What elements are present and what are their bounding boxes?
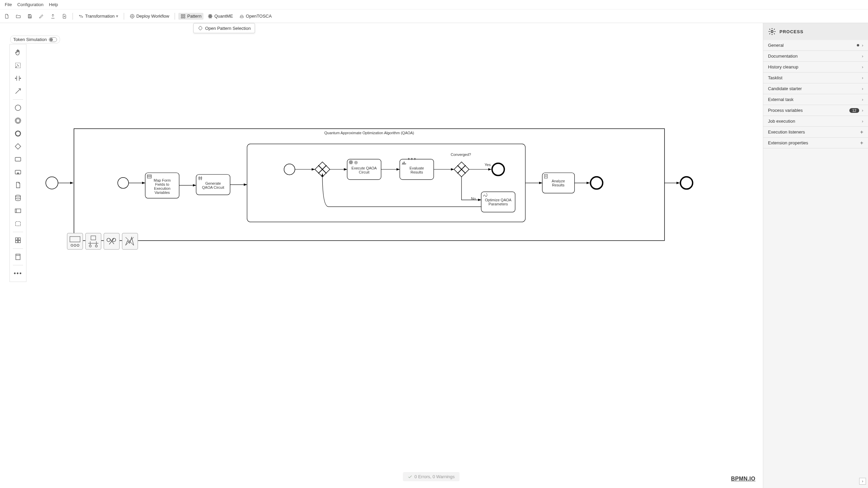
start-event-icon[interactable] <box>12 102 24 114</box>
palette-separator <box>13 99 23 100</box>
prop-extension-properties[interactable]: Extension properties+ <box>763 138 868 148</box>
svg-point-36 <box>486 194 487 194</box>
chevron-right-icon: › <box>862 54 863 59</box>
gateway-icon[interactable] <box>12 140 24 152</box>
data-store-icon[interactable] <box>12 192 24 204</box>
prop-general[interactable]: General› <box>763 40 868 51</box>
open-folder-icon[interactable] <box>14 12 23 21</box>
plus-icon: + <box>860 129 863 135</box>
task-icon[interactable] <box>12 153 24 165</box>
pattern-attachment-4[interactable] <box>122 233 138 249</box>
menu-file[interactable]: File <box>3 1 14 8</box>
edit-icon[interactable] <box>37 12 46 21</box>
task-label: Optimize QAOAParameters <box>485 198 512 206</box>
participant-icon[interactable] <box>12 205 24 217</box>
prop-history-cleanup[interactable]: History cleanup› <box>763 62 868 73</box>
subprocess-icon[interactable] <box>12 166 24 178</box>
upload-icon[interactable] <box>48 12 58 21</box>
properties-panel: PROCESS General› Documentation› History … <box>763 23 868 488</box>
quantme-button[interactable]: QuantME <box>205 13 235 20</box>
menu-help[interactable]: Help <box>47 1 60 8</box>
status-text: 0 Errors, 0 Warnings <box>414 474 455 479</box>
task-label: EvaluateResults <box>410 166 424 174</box>
prop-job-execution[interactable]: Job execution› <box>763 116 868 127</box>
policy-icon[interactable] <box>12 251 24 263</box>
transformation-label: Transformation <box>85 14 115 19</box>
save-icon[interactable] <box>25 12 35 21</box>
separator <box>124 13 124 20</box>
svg-point-8 <box>210 16 211 17</box>
start-event[interactable] <box>118 178 129 188</box>
svg-rect-1 <box>29 14 30 15</box>
prop-execution-listeners[interactable]: Execution listeners+ <box>763 127 868 138</box>
transformation-button[interactable]: Transformation ▾ <box>76 13 120 20</box>
quantme-label: QuantME <box>214 14 233 19</box>
pattern-attachment-2[interactable] <box>85 233 101 249</box>
chevron-right-icon: › <box>862 108 863 113</box>
download-icon[interactable] <box>60 12 69 21</box>
process-title: Quantum Approximate Optimization Algorit… <box>324 131 414 135</box>
lasso-tool-icon[interactable] <box>12 59 24 72</box>
task-label: GenerateQAOA Circuit <box>202 181 224 189</box>
canvas[interactable]: Quantum Approximate Optimization Algorit… <box>30 34 760 488</box>
svg-rect-24 <box>18 238 20 240</box>
svg-point-16 <box>16 131 21 136</box>
svg-rect-22 <box>16 222 21 226</box>
palette-separator <box>13 232 23 232</box>
svg-point-20 <box>16 195 21 197</box>
group-icon[interactable] <box>12 218 24 230</box>
prop-process-variables[interactable]: Process variables12› <box>763 105 868 116</box>
svg-point-15 <box>16 119 20 123</box>
svg-rect-23 <box>16 238 18 240</box>
hand-tool-icon[interactable] <box>12 46 24 59</box>
bpmn-io-logo[interactable]: BPMN.IO <box>731 476 755 482</box>
opentosca-button[interactable]: OpenTOSCA <box>237 13 274 20</box>
bpmn-diagram: Quantum Approximate Optimization Algorit… <box>30 34 760 488</box>
task-label: AnalyzeResults <box>552 179 565 187</box>
status-bar[interactable]: 0 Errors, 0 Warnings <box>403 472 459 481</box>
more-tools-icon[interactable]: ••• <box>12 267 24 280</box>
deploy-workflow-button[interactable]: Deploy Workflow <box>127 13 171 20</box>
intermediate-event-icon[interactable] <box>12 115 24 127</box>
toolbar: Transformation ▾ Deploy Workflow Pattern… <box>0 9 868 23</box>
end-event-icon[interactable] <box>12 127 24 140</box>
collapse-panel-button[interactable]: › <box>859 478 866 485</box>
open-pattern-selection-button[interactable]: Open Pattern Selection <box>193 23 255 33</box>
space-tool-icon[interactable] <box>12 72 24 84</box>
svg-point-3 <box>132 16 133 17</box>
prop-external-task[interactable]: External task› <box>763 94 868 105</box>
pattern-label: Pattern <box>187 14 201 19</box>
pattern-button[interactable]: Pattern <box>178 13 203 20</box>
separator <box>73 13 73 20</box>
custom-element-icon[interactable] <box>12 234 24 246</box>
open-pattern-selection-label: Open Pattern Selection <box>205 26 251 31</box>
prop-documentation[interactable]: Documentation› <box>763 51 868 62</box>
pattern-attachment-1[interactable] <box>67 233 83 249</box>
check-icon <box>408 474 412 479</box>
menu-configuration[interactable]: Configuration <box>15 1 45 8</box>
svg-rect-17 <box>15 158 21 161</box>
inner-end-event[interactable] <box>591 177 603 189</box>
connect-tool-icon[interactable] <box>12 85 24 97</box>
flow-label-yes: Yes <box>485 163 491 167</box>
secondary-toolbar: Open Pattern Selection <box>193 23 255 33</box>
prop-tasklist[interactable]: Tasklist› <box>763 73 868 83</box>
flow-label-no: No <box>471 197 476 201</box>
data-object-icon[interactable] <box>12 179 24 191</box>
count-badge: 12 <box>849 108 859 113</box>
svg-rect-25 <box>16 241 18 243</box>
sub-end-event[interactable] <box>492 163 504 176</box>
plus-icon: + <box>860 140 863 146</box>
sub-start-event[interactable] <box>284 164 295 175</box>
properties-list: General› Documentation› History cleanup›… <box>763 40 868 148</box>
outer-start-event[interactable] <box>46 177 58 189</box>
new-file-icon[interactable] <box>2 12 12 21</box>
prop-candidate-starter[interactable]: Candidate starter› <box>763 83 868 94</box>
outer-end-event[interactable] <box>680 177 693 189</box>
palette-separator <box>13 265 23 265</box>
svg-rect-0 <box>29 16 31 17</box>
attached-patterns <box>67 233 138 249</box>
chevron-right-icon: › <box>862 75 863 80</box>
chevron-right-icon: › <box>862 86 863 91</box>
svg-point-34 <box>355 162 356 163</box>
